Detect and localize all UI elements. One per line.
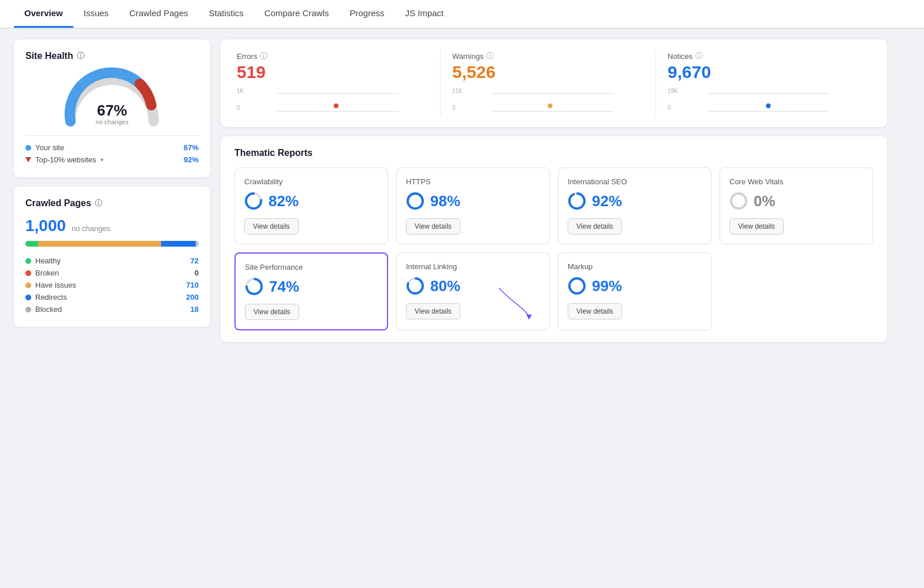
- nav-overview[interactable]: Overview: [14, 0, 73, 28]
- crawled-pages-info-icon[interactable]: ⓘ: [95, 198, 102, 209]
- warnings-value: 5,526: [452, 62, 644, 82]
- crawl-broken: Broken 0: [25, 267, 199, 279]
- bar-redirects: [161, 241, 196, 247]
- dot-healthy: [25, 258, 31, 264]
- site-health-title: Site Health ⓘ: [25, 51, 199, 61]
- errors-value: 519: [237, 62, 429, 82]
- top10-triangle: [25, 157, 31, 162]
- notices-chart: 19K 0: [668, 88, 859, 116]
- svg-text:no changes: no changes: [96, 118, 129, 125]
- legend-top10: Top-10% websites ▾ 92%: [25, 154, 199, 166]
- site-perf-view-details-btn[interactable]: View details: [245, 304, 299, 320]
- svg-point-16: [569, 193, 584, 209]
- https-view-details-btn[interactable]: View details: [406, 218, 460, 235]
- report-crawlability: Crawlability 82% View details: [234, 168, 388, 244]
- crawled-count-row: 1,000 no changes: [25, 217, 199, 235]
- errors-label: Errors ⓘ: [237, 51, 429, 61]
- notices-info-icon[interactable]: ⓘ: [695, 51, 703, 61]
- internal-linking-view-details-btn[interactable]: View details: [406, 303, 460, 319]
- intl-seo-view-details-btn[interactable]: View details: [568, 218, 622, 235]
- report-site-performance: Site Performance 74% View details: [234, 252, 388, 330]
- bar-blocked: [196, 241, 199, 247]
- dot-blocked: [25, 307, 31, 312]
- thematic-reports-card: Thematic Reports Crawlability 82%: [221, 136, 887, 342]
- metric-notices: Notices ⓘ 9,670 19K 0: [656, 51, 871, 116]
- markup-progress-icon: [568, 277, 586, 295]
- nav-issues[interactable]: Issues: [73, 0, 119, 28]
- site-health-info-icon[interactable]: ⓘ: [77, 51, 84, 61]
- report-https: HTTPS 98% View details: [396, 168, 550, 244]
- metrics-card: Errors ⓘ 519 1K 0 Warnings: [221, 39, 887, 127]
- nav-progress[interactable]: Progress: [340, 0, 395, 28]
- internal-linking-progress-icon: [406, 277, 424, 295]
- site-health-card: Site Health ⓘ 67% no changes: [14, 39, 210, 177]
- bar-healthy: [25, 241, 38, 247]
- errors-info-icon[interactable]: ⓘ: [260, 51, 267, 61]
- cwv-progress-icon: [729, 192, 748, 210]
- report-core-web-vitals: Core Web Vitals 0% View details: [720, 168, 873, 244]
- warnings-chart: 11K 0: [452, 88, 644, 116]
- bar-issues: [38, 241, 161, 247]
- nav-statistics[interactable]: Statistics: [199, 0, 254, 28]
- notices-label: Notices ⓘ: [668, 51, 859, 61]
- nav-crawled-pages[interactable]: Crawled Pages: [119, 0, 199, 28]
- left-column: Site Health ⓘ 67% no changes: [14, 39, 210, 342]
- svg-point-4: [334, 103, 338, 108]
- crawl-blocked: Blocked 18: [25, 303, 199, 315]
- reports-grid: Crawlability 82% View details HTTPS: [234, 168, 873, 330]
- warnings-info-icon[interactable]: ⓘ: [486, 51, 494, 61]
- crawled-pages-card: Crawled Pages ⓘ 1,000 no changes Healthy: [14, 187, 210, 327]
- report-markup: Markup 99% View details: [558, 252, 711, 330]
- crawled-pages-title: Crawled Pages ⓘ: [25, 198, 199, 209]
- crawl-healthy: Healthy 72: [25, 255, 199, 267]
- svg-point-7: [547, 103, 552, 108]
- metric-errors: Errors ⓘ 519 1K 0: [237, 51, 441, 116]
- main-layout: Site Health ⓘ 67% no changes: [0, 29, 901, 352]
- crawlability-progress-icon: [244, 192, 263, 210]
- svg-point-14: [408, 193, 423, 209]
- crawlability-view-details-btn[interactable]: View details: [244, 218, 299, 235]
- dot-have-issues: [25, 282, 31, 288]
- crawl-have-issues: Have issues 710: [25, 279, 199, 291]
- nav-js-impact[interactable]: JS Impact: [395, 0, 454, 28]
- crawl-redirects: Redirects 200: [25, 291, 199, 303]
- https-progress-icon: [406, 192, 424, 210]
- nav-compare-crawls[interactable]: Compare Crawls: [254, 0, 340, 28]
- intl-seo-progress-icon: [568, 192, 586, 210]
- right-column: Errors ⓘ 519 1K 0 Warnings: [221, 39, 887, 342]
- top-nav: Overview Issues Crawled Pages Statistics…: [0, 0, 924, 29]
- gauge-container: 67% no changes: [25, 69, 199, 127]
- notices-value: 9,670: [668, 62, 859, 82]
- svg-point-23: [569, 278, 584, 293]
- svg-text:67%: 67%: [97, 102, 127, 119]
- crawled-bar-track: [25, 241, 199, 247]
- warnings-label: Warnings ⓘ: [452, 51, 644, 61]
- site-perf-progress-icon: [245, 277, 263, 296]
- chevron-down-icon[interactable]: ▾: [100, 157, 103, 163]
- gauge-svg: 67% no changes: [60, 69, 164, 127]
- svg-point-10: [766, 103, 770, 108]
- errors-chart: 1K 0: [237, 88, 429, 116]
- markup-view-details-btn[interactable]: View details: [568, 303, 622, 319]
- metric-warnings: Warnings ⓘ 5,526 11K 0: [441, 51, 656, 116]
- svg-point-17: [731, 193, 746, 209]
- report-internal-linking: Internal Linking 80% View details: [396, 252, 550, 330]
- dot-broken: [25, 270, 31, 276]
- report-international-seo: International SEO 92% View details: [558, 168, 711, 244]
- reports-grid-wrapper: Crawlability 82% View details HTTPS: [234, 168, 873, 330]
- cwv-view-details-btn[interactable]: View details: [729, 218, 784, 235]
- dot-redirects: [25, 295, 31, 300]
- thematic-reports-title: Thematic Reports: [234, 148, 873, 158]
- your-site-dot: [25, 145, 31, 151]
- legend-your-site: Your site 67%: [25, 142, 199, 154]
